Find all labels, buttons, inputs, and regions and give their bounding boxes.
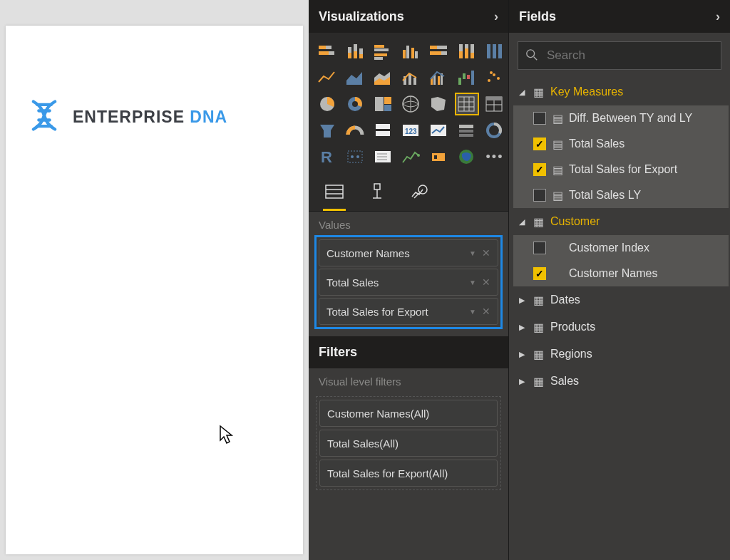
table-label: Key Measures	[550, 85, 623, 98]
viz-arcgis[interactable]	[455, 145, 479, 168]
table-icon: ▦	[532, 215, 545, 229]
table-key-measures[interactable]: ◢ ▦ Key Measures	[513, 78, 729, 105]
viz-100-stacked-bar[interactable]	[427, 40, 451, 63]
field-item[interactable]: ✓ ▤ Total Sales for Export	[513, 157, 729, 182]
viz-stacked-area[interactable]	[371, 66, 396, 89]
viz-donut-kpi[interactable]	[483, 119, 507, 142]
filter-pill[interactable]: Customer Names(All)	[319, 400, 498, 427]
viz-stacked-bar[interactable]	[316, 40, 340, 63]
format-tab[interactable]	[366, 178, 389, 211]
report-canvas[interactable]: ENTERPRISE DNA	[6, 26, 303, 554]
viz-area[interactable]	[344, 66, 368, 89]
remove-icon[interactable]: ✕	[482, 276, 490, 288]
viz-more-button[interactable]: •••	[483, 145, 507, 168]
viz-decomposition[interactable]	[399, 145, 423, 168]
remove-icon[interactable]: ✕	[482, 247, 490, 259]
viz-waterfall[interactable]	[455, 66, 479, 89]
value-pill-label: Total Sales	[327, 276, 379, 289]
checkbox[interactable]: ✓	[533, 163, 546, 176]
viz-slicer[interactable]	[455, 119, 479, 142]
caret-right-icon: ▶	[518, 350, 526, 359]
viz-python-visual[interactable]	[344, 145, 368, 168]
svg-rect-11	[354, 51, 357, 58]
value-pill[interactable]: Total Sales for Export ▼✕	[319, 298, 498, 325]
viz-line-clustered-column[interactable]	[427, 66, 451, 89]
viz-pie[interactable]	[316, 93, 340, 115]
viz-ribbon[interactable]	[483, 40, 507, 63]
svg-rect-14	[374, 45, 384, 48]
measure-icon: ▤	[552, 189, 563, 202]
dropdown-icon[interactable]: ▼	[469, 279, 476, 286]
value-pill[interactable]: Total Sales ▼✕	[319, 269, 498, 296]
value-pill[interactable]: Customer Names ▼✕	[319, 239, 498, 266]
viz-100-stacked-column[interactable]	[455, 40, 479, 63]
visualizations-header[interactable]: Visualizations ›	[309, 0, 508, 33]
viz-line-column[interactable]	[399, 66, 423, 89]
checkbox[interactable]	[533, 112, 546, 125]
checkbox[interactable]: ✓	[533, 267, 546, 280]
filter-pill[interactable]: Total Sales(All)	[319, 430, 498, 457]
search-icon	[525, 48, 538, 63]
table-customer[interactable]: ◢ ▦ Customer	[513, 208, 729, 235]
viz-clustered-bar[interactable]	[371, 40, 396, 63]
viz-stacked-column[interactable]	[344, 40, 368, 63]
svg-rect-73	[459, 134, 473, 137]
viz-gauge[interactable]	[344, 119, 368, 142]
analytics-tab[interactable]	[408, 178, 431, 211]
visual-level-filters-well[interactable]: Customer Names(All) Total Sales(All) Tot…	[316, 396, 501, 490]
field-item[interactable]: ▤ Total Sales LY	[513, 182, 729, 208]
dropdown-icon[interactable]: ▼	[469, 308, 476, 316]
svg-rect-16	[374, 53, 387, 56]
viz-line[interactable]	[316, 66, 340, 89]
dna-icon	[26, 97, 63, 137]
enterprise-dna-logo: ENTERPRISE DNA	[26, 97, 227, 137]
viz-paginated[interactable]	[427, 145, 451, 168]
svg-rect-9	[348, 53, 351, 58]
svg-rect-18	[403, 50, 406, 58]
viz-map[interactable]	[399, 93, 423, 115]
viz-multirow-card[interactable]	[371, 119, 396, 142]
svg-point-46	[488, 79, 490, 82]
viz-card[interactable]: 123	[399, 119, 423, 142]
values-well[interactable]: Customer Names ▼✕ Total Sales ▼✕ Total S…	[314, 235, 503, 329]
viz-kpi[interactable]	[427, 119, 451, 142]
fields-search[interactable]	[518, 41, 721, 70]
viz-clustered-column[interactable]	[399, 40, 423, 63]
table-regions[interactable]: ▶ ▦ Regions	[513, 341, 729, 368]
caret-right-icon: ▶	[518, 323, 526, 332]
table-dates[interactable]: ▶ ▦ Dates	[513, 286, 729, 313]
viz-scatter[interactable]	[483, 66, 507, 89]
viz-r-visual[interactable]: R	[316, 145, 340, 168]
viz-key-influencers[interactable]	[371, 145, 396, 168]
svg-rect-21	[415, 51, 418, 58]
remove-icon[interactable]: ✕	[482, 306, 490, 317]
values-label: Values	[309, 212, 508, 235]
caret-right-icon: ▶	[518, 296, 526, 305]
viz-treemap[interactable]	[371, 93, 396, 115]
fields-tab[interactable]	[323, 178, 346, 211]
fields-header[interactable]: Fields ›	[509, 0, 730, 33]
svg-rect-29	[465, 48, 468, 58]
filters-header[interactable]: Filters	[309, 336, 508, 368]
viz-filled-map[interactable]	[427, 93, 451, 115]
table-sales[interactable]: ▶ ▦ Sales	[513, 368, 729, 395]
svg-rect-55	[384, 105, 391, 111]
table-products[interactable]: ▶ ▦ Products	[513, 313, 729, 341]
svg-rect-54	[384, 97, 391, 104]
field-item[interactable]: ▤ Diff. Between TY and LY	[513, 105, 729, 131]
field-item[interactable]: ✓ ▤ Total Sales	[513, 131, 729, 157]
filter-pill[interactable]: Total Sales for Export(All)	[319, 460, 498, 487]
field-item[interactable]: ✓ Customer Names	[513, 261, 729, 286]
field-item[interactable]: Customer Index	[513, 235, 729, 261]
checkbox[interactable]	[533, 242, 546, 254]
checkbox[interactable]	[533, 189, 546, 202]
svg-rect-43	[463, 73, 466, 79]
dropdown-icon[interactable]: ▼	[469, 249, 476, 257]
viz-table[interactable]	[455, 93, 479, 115]
viz-funnel[interactable]	[316, 119, 340, 142]
visualizations-title: Visualizations	[319, 9, 404, 24]
checkbox[interactable]: ✓	[533, 138, 546, 150]
search-input[interactable]	[545, 48, 714, 63]
viz-matrix[interactable]	[483, 93, 507, 115]
viz-donut[interactable]	[344, 93, 368, 115]
